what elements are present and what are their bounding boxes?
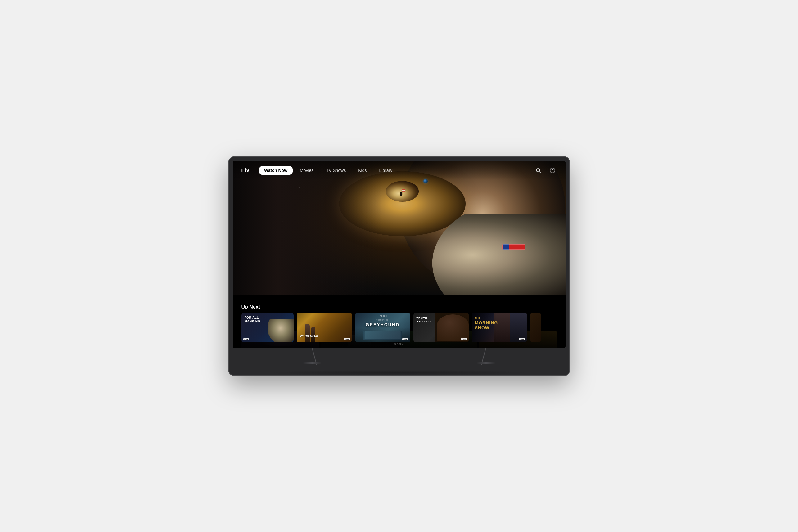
on-rocks-title: On The Rocks <box>300 334 319 337</box>
up-next-title: Up Next <box>242 304 557 310</box>
flag-patch <box>502 244 526 250</box>
nav-bar:  tv Watch Now Movies TV Shows Kids Libr… <box>233 161 566 180</box>
nav-kids[interactable]: Kids <box>353 166 372 175</box>
morning-show-label: the <box>475 317 480 319</box>
card-on-the-rocks[interactable]: On The Rocks  tv+ <box>297 313 352 342</box>
stand-foot-right <box>477 362 495 364</box>
appletv-badge-ms:  tv+ <box>519 338 525 341</box>
nav-tv-shows[interactable]: TV Shows <box>320 166 352 175</box>
card-greyhound[interactable]: PG-13 TOM HANKS GREYHOUND  tv+ <box>355 313 410 342</box>
greyhound-title: GREYHOUND <box>366 322 399 327</box>
hero-background <box>233 161 566 296</box>
morning-show-title: MORNINGSHOW <box>475 320 498 330</box>
greyhound-rating: PG-13 <box>379 315 386 317</box>
truth-title: TRUTHBE TOLD <box>417 317 431 324</box>
apple-icon:  <box>242 168 244 173</box>
on-rocks-people <box>305 324 315 342</box>
card-for-all-mankind[interactable]: FOR ALLMANKIND  tv+ <box>242 313 293 342</box>
flag-panel <box>402 189 405 191</box>
apple-tv-logo:  tv <box>242 167 250 173</box>
nav-icons <box>534 166 557 175</box>
visor-reflection <box>386 181 419 202</box>
nav-watch-now[interactable]: Watch Now <box>259 166 293 175</box>
nav-library[interactable]: Library <box>374 166 398 175</box>
svg-line-1 <box>539 171 540 173</box>
cards-row: FOR ALLMANKIND  tv+ On The Rocks  tv+ <box>242 313 557 342</box>
card-truth-be-told[interactable]: TRUTHBE TOLD  tv+ <box>414 313 469 342</box>
sony-logo: SONY <box>394 343 404 345</box>
apple-tv-wordmark: tv <box>245 167 249 173</box>
moon-figure <box>400 192 402 196</box>
appletv-badge-fam:  tv+ <box>243 338 250 341</box>
tv-screen:  tv Watch Now Movies TV Shows Kids Libr… <box>233 161 566 348</box>
svg-point-2 <box>552 169 553 171</box>
nav-movies[interactable]: Movies <box>294 166 319 175</box>
card-partial <box>530 313 541 342</box>
tv-frame:  tv Watch Now Movies TV Shows Kids Libr… <box>228 156 570 376</box>
suit-right <box>432 214 566 295</box>
fam-astronaut <box>268 319 293 342</box>
stand-foot-left <box>303 362 322 364</box>
appletv-badge-otr:  tv+ <box>344 338 350 341</box>
card-morning-show[interactable]: the MORNINGSHOW  tv+ <box>472 313 527 342</box>
left-shadow <box>233 161 382 296</box>
appletv-badge-truth:  tv+ <box>461 338 467 341</box>
settings-icon[interactable] <box>548 166 557 175</box>
appletv-badge-grey:  tv+ <box>402 338 408 341</box>
for-all-mankind-title: FOR ALLMANKIND <box>245 316 261 323</box>
nav-items: Watch Now Movies TV Shows Kids Library <box>259 166 398 175</box>
tv-shadow <box>266 370 532 376</box>
search-icon[interactable] <box>534 166 543 175</box>
tv-stand <box>233 348 566 370</box>
greyhound-actor: TOM HANKS <box>377 319 388 321</box>
up-next-section: Up Next FOR ALLMANKIND  tv+ On The Rock… <box>233 304 566 348</box>
